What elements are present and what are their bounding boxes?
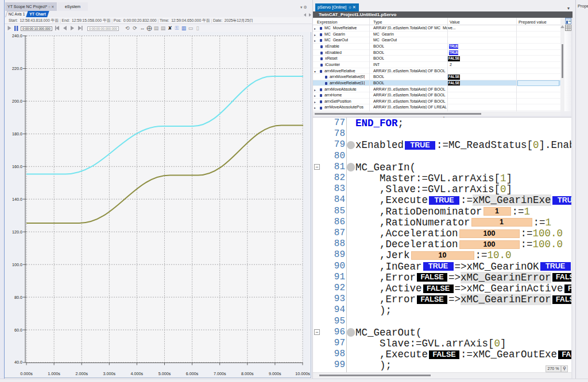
svg-text:4.000s: 4.000s [131, 371, 144, 376]
svg-text:80.0: 80.0 [14, 295, 22, 300]
svg-text:0.000s: 0.000s [20, 371, 33, 376]
svg-text:200.0: 200.0 [12, 99, 22, 104]
svg-text:140.0: 140.0 [12, 197, 22, 202]
svg-text:40.0: 40.0 [14, 360, 22, 365]
svg-text:120.0: 120.0 [12, 229, 22, 235]
svg-text:160.0: 160.0 [12, 164, 22, 169]
svg-text:240.0: 240.0 [12, 33, 22, 38]
svg-text:60.0: 60.0 [14, 328, 22, 333]
svg-text:3.000s: 3.000s [103, 371, 116, 376]
svg-text:8.000s: 8.000s [241, 371, 254, 376]
svg-text:5.000s: 5.000s [158, 371, 171, 376]
svg-text:180.0: 180.0 [12, 131, 22, 137]
svg-text:7.000s: 7.000s [214, 371, 226, 376]
svg-text:220.0: 220.0 [12, 66, 22, 71]
svg-text:100.0: 100.0 [12, 262, 22, 267]
svg-text:10.000s: 10.000s [295, 371, 310, 376]
svg-text:2.000s: 2.000s [75, 371, 88, 376]
svg-text:9.000s: 9.000s [269, 371, 281, 376]
svg-text:6.000s: 6.000s [186, 371, 199, 376]
svg-text:1.000s: 1.000s [48, 371, 60, 376]
